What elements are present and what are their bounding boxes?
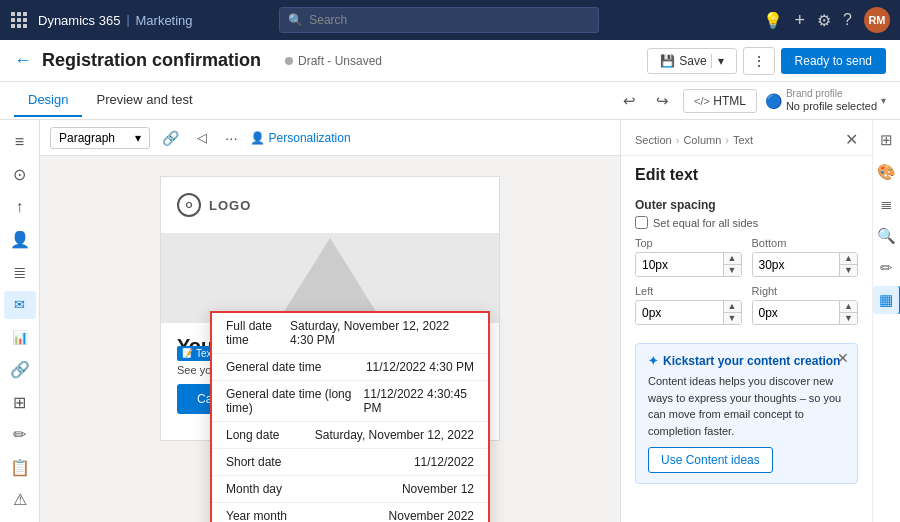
dt-row-month-day[interactable]: Month day November 12 [212, 476, 488, 503]
bottom-increment[interactable]: ▲ [840, 253, 857, 265]
email-hero-image [161, 233, 499, 323]
kickstart-body: Content ideas helps you discover new way… [648, 373, 845, 439]
ready-to-send-button[interactable]: Ready to send [781, 48, 886, 74]
main-layout: ≡ ⊙ ↑ 👤 ≣ ✉ 📊 🔗 ⊞ ✏ 📋 ⚠ Paragraph ▾ 🔗 ◁ … [0, 120, 900, 522]
top-decrement[interactable]: ▼ [724, 265, 741, 276]
right-input-field: ▲ ▼ [752, 300, 859, 325]
top-nav: Dynamics 365 | Marketing 🔍 Search 💡 + ⚙ … [0, 0, 900, 40]
more-options-button[interactable]: ⋮ [743, 47, 775, 75]
right-input[interactable] [753, 302, 840, 324]
use-content-ideas-button[interactable]: Use Content ideas [648, 447, 773, 473]
dt-row-short-date[interactable]: Short date 11/12/2022 [212, 449, 488, 476]
kickstart-title: ✦ Kickstart your content creation [648, 354, 845, 368]
right-decrement[interactable]: ▼ [840, 313, 857, 324]
sidebar-upload-icon[interactable]: ↑ [4, 193, 36, 222]
panel-icon-search[interactable]: 🔍 [873, 222, 901, 250]
datetime-dropdown: Full date time Saturday, November 12, 20… [210, 311, 490, 522]
svg-rect-2 [23, 12, 27, 16]
svg-rect-7 [17, 24, 21, 28]
breadcrumb-section: Section [635, 134, 672, 146]
sidebar-clipboard-icon[interactable]: 📋 [4, 453, 36, 482]
dt-row-long-date[interactable]: Long date Saturday, November 12, 2022 [212, 422, 488, 449]
search-placeholder: Search [309, 13, 347, 27]
sidebar-overview-icon[interactable]: ⊙ [4, 161, 36, 190]
undo-button[interactable]: ↩ [617, 89, 642, 113]
sidebar-link-icon[interactable]: 🔗 [4, 356, 36, 385]
sidebar-grid-icon[interactable]: ⊞ [4, 388, 36, 417]
paragraph-select[interactable]: Paragraph ▾ [50, 127, 150, 149]
left-input-field: ▲ ▼ [635, 300, 742, 325]
redo-button[interactable]: ↪ [650, 89, 675, 113]
panel-icon-brush[interactable]: ✏ [873, 254, 901, 282]
sidebar-people-icon[interactable]: 👤 [4, 226, 36, 255]
nav-actions: 💡 + ⚙ ? RM [763, 7, 890, 33]
logo-circle: O [177, 193, 201, 217]
help-icon[interactable]: ? [843, 11, 852, 29]
panel-icon-spacing[interactable]: ▦ [873, 286, 901, 314]
add-icon[interactable]: + [795, 10, 806, 31]
sidebar-menu-icon[interactable]: ≡ [4, 128, 36, 157]
brand-profile-selector[interactable]: 🔵 Brand profile No profile selected ▾ [765, 88, 886, 113]
back-button[interactable]: ← [14, 50, 32, 71]
tab-preview[interactable]: Preview and test [82, 84, 206, 117]
save-button[interactable]: 💾 Save ▾ [647, 48, 736, 74]
link-icon[interactable]: 🔗 [156, 127, 185, 149]
right-increment[interactable]: ▲ [840, 301, 857, 313]
top-increment[interactable]: ▲ [724, 253, 741, 265]
sidebar-warning-icon[interactable]: ⚠ [4, 486, 36, 515]
sidebar-edit-icon[interactable]: ✏ [4, 421, 36, 450]
panel-close-button[interactable]: ✕ [845, 130, 858, 149]
html-button[interactable]: </> HTML [683, 89, 757, 113]
outer-spacing-section: Outer spacing Set equal for all sides To… [621, 190, 872, 333]
apps-icon[interactable] [10, 11, 28, 29]
panel-icon-style[interactable]: 🎨 [873, 158, 901, 186]
left-right-spacing: Left ▲ ▼ Right [635, 285, 858, 325]
dt-row-full-date-time[interactable]: Full date time Saturday, November 12, 20… [212, 313, 488, 354]
dt-row-year-month[interactable]: Year month November 2022 [212, 503, 488, 522]
app-brand: Dynamics 365 | Marketing [38, 13, 193, 28]
top-bottom-spacing: Top ▲ ▼ Bottom [635, 237, 858, 277]
bottom-spacing-col: Bottom ▲ ▼ [752, 237, 859, 277]
panel-main-content: Section › Column › Text ✕ Edit text Oute… [621, 120, 872, 494]
sidebar-email-icon[interactable]: ✉ [4, 291, 36, 320]
top-input[interactable] [636, 254, 723, 276]
avatar[interactable]: RM [864, 7, 890, 33]
bottom-input[interactable] [753, 254, 840, 276]
set-equal-checkbox[interactable] [635, 216, 648, 229]
paragraph-caret: ▾ [135, 131, 141, 145]
panel-icon-format[interactable]: ≣ [873, 190, 901, 218]
sidebar-chart-icon[interactable]: 📊 [4, 323, 36, 352]
bottom-decrement[interactable]: ▼ [840, 265, 857, 276]
lightbulb-icon[interactable]: 💡 [763, 11, 783, 30]
save-caret[interactable]: ▾ [711, 54, 724, 68]
tab-design[interactable]: Design [14, 84, 82, 117]
left-increment[interactable]: ▲ [724, 301, 741, 313]
kickstart-close-button[interactable]: ✕ [837, 350, 849, 366]
email-logo: O LOGO [161, 177, 499, 233]
left-input[interactable] [636, 302, 723, 324]
svg-rect-1 [17, 12, 21, 16]
svg-rect-3 [11, 18, 15, 22]
breadcrumb-column: Column [683, 134, 721, 146]
format-icon[interactable]: ◁ [191, 127, 213, 148]
top-spacing-col: Top ▲ ▼ [635, 237, 742, 277]
search-bar[interactable]: 🔍 Search [279, 7, 599, 33]
settings-icon[interactable]: ⚙ [817, 11, 831, 30]
person-icon: 👤 [250, 131, 265, 145]
right-spacing-col: Right ▲ ▼ [752, 285, 859, 325]
logo-text: LOGO [209, 198, 251, 213]
dt-row-general-date-time[interactable]: General date time 11/12/2022 4:30 PM [212, 354, 488, 381]
panel-icon-layers[interactable]: ⊞ [873, 126, 901, 154]
breadcrumb-text: Text [733, 134, 753, 146]
top-input-field: ▲ ▼ [635, 252, 742, 277]
save-icon: 💾 [660, 54, 675, 68]
panel-title: Edit text [621, 156, 872, 190]
dt-row-general-date-time-long[interactable]: General date time (long time) 11/12/2022… [212, 381, 488, 422]
brand-name: Dynamics 365 [38, 13, 120, 28]
svg-rect-6 [11, 24, 15, 28]
personalization-button[interactable]: 👤 Personalization [250, 131, 351, 145]
more-format-icon[interactable]: ··· [219, 126, 244, 149]
sidebar-list-icon[interactable]: ≣ [4, 258, 36, 287]
left-decrement[interactable]: ▼ [724, 313, 741, 324]
kickstart-card: ✕ ✦ Kickstart your content creation Cont… [635, 343, 858, 484]
